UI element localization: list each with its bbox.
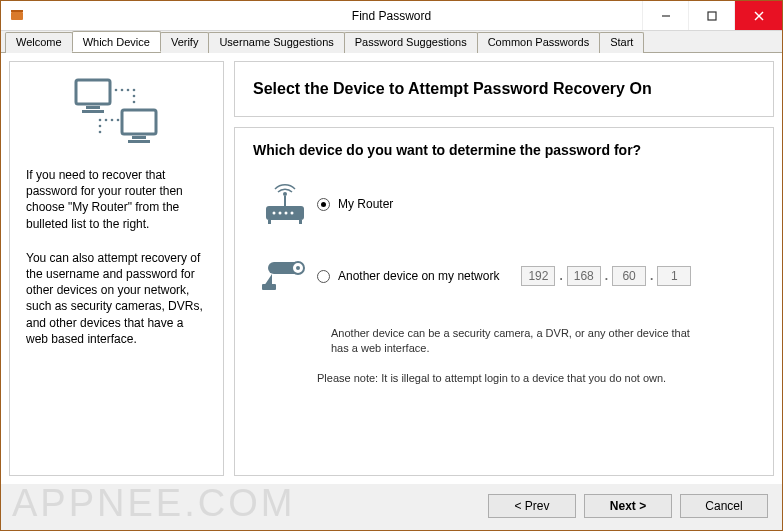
minimize-button[interactable] xyxy=(642,1,688,30)
radio-another-device[interactable] xyxy=(317,270,330,283)
tab-which-device[interactable]: Which Device xyxy=(72,31,161,52)
svg-rect-11 xyxy=(128,140,150,143)
tab-welcome[interactable]: Welcome xyxy=(5,32,73,53)
router-icon xyxy=(253,182,317,226)
radio-my-router-label: My Router xyxy=(338,197,393,211)
note-2: Please note: It is illegal to attempt lo… xyxy=(317,371,737,386)
window-controls xyxy=(642,1,782,30)
ip-dot: . xyxy=(650,269,653,283)
cancel-button[interactable]: Cancel xyxy=(680,494,768,518)
right-column: Select the Device to Attempt Password Re… xyxy=(234,61,774,476)
tab-common-passwords[interactable]: Common Passwords xyxy=(477,32,600,53)
monitors-illustration-icon xyxy=(72,76,162,153)
svg-rect-7 xyxy=(86,106,100,109)
svg-point-22 xyxy=(98,125,101,128)
camera-icon xyxy=(253,256,317,296)
tab-start[interactable]: Start xyxy=(599,32,644,53)
svg-point-21 xyxy=(116,119,119,122)
radio-my-router[interactable] xyxy=(317,198,330,211)
svg-rect-9 xyxy=(122,110,156,134)
ip-dot: . xyxy=(559,269,562,283)
tab-verify[interactable]: Verify xyxy=(160,32,210,53)
left-paragraph-2: You can also attempt recovery of the use… xyxy=(26,250,207,347)
question-heading: Which device do you want to determine th… xyxy=(253,142,755,158)
note-1: Another device can be a security camera,… xyxy=(331,326,701,357)
svg-point-15 xyxy=(132,89,135,92)
right-header-panel: Select the Device to Attempt Password Re… xyxy=(234,61,774,117)
svg-rect-3 xyxy=(708,12,716,20)
prev-button[interactable]: < Prev xyxy=(488,494,576,518)
svg-point-20 xyxy=(110,119,113,122)
svg-point-30 xyxy=(291,212,294,215)
svg-point-35 xyxy=(296,266,300,270)
svg-point-23 xyxy=(98,131,101,134)
next-button[interactable]: Next > xyxy=(584,494,672,518)
svg-rect-8 xyxy=(82,110,104,113)
svg-rect-10 xyxy=(132,136,146,139)
svg-rect-6 xyxy=(76,80,110,104)
svg-rect-1 xyxy=(11,10,23,12)
svg-point-29 xyxy=(285,212,288,215)
left-panel: If you need to recover that password for… xyxy=(9,61,224,476)
maximize-button[interactable] xyxy=(688,1,734,30)
svg-point-18 xyxy=(98,119,101,122)
button-row: < Prev Next > Cancel xyxy=(1,484,782,530)
option-another-device: Another device on my network 192 . 168 .… xyxy=(253,256,755,296)
ip-octet-4[interactable]: 1 xyxy=(657,266,691,286)
tab-username-suggestions[interactable]: Username Suggestions xyxy=(208,32,344,53)
tab-content: If you need to recover that password for… xyxy=(1,53,782,484)
ip-octet-1[interactable]: 192 xyxy=(521,266,555,286)
svg-point-12 xyxy=(114,89,117,92)
ip-octet-3[interactable]: 60 xyxy=(612,266,646,286)
svg-rect-32 xyxy=(299,220,302,224)
svg-point-13 xyxy=(120,89,123,92)
svg-rect-36 xyxy=(262,284,276,290)
close-button[interactable] xyxy=(734,1,782,30)
window: Find Password Welcome Which Device Verif… xyxy=(0,0,783,531)
ip-address-group: 192 . 168 . 60 . 1 xyxy=(521,266,691,286)
svg-point-14 xyxy=(126,89,129,92)
svg-point-16 xyxy=(132,95,135,98)
svg-point-24 xyxy=(283,192,287,196)
tabbar: Welcome Which Device Verify Username Sug… xyxy=(1,31,782,53)
svg-point-17 xyxy=(132,101,135,104)
titlebar[interactable]: Find Password xyxy=(1,1,782,31)
right-body-panel: Which device do you want to determine th… xyxy=(234,127,774,476)
option-my-router: My Router xyxy=(253,182,755,226)
page-heading: Select the Device to Attempt Password Re… xyxy=(253,80,755,98)
svg-rect-31 xyxy=(268,220,271,224)
tab-password-suggestions[interactable]: Password Suggestions xyxy=(344,32,478,53)
app-icon xyxy=(9,8,25,24)
svg-rect-0 xyxy=(11,12,23,20)
ip-octet-2[interactable]: 168 xyxy=(567,266,601,286)
radio-another-device-label: Another device on my network xyxy=(338,269,499,283)
ip-dot: . xyxy=(605,269,608,283)
svg-point-19 xyxy=(104,119,107,122)
left-paragraph-1: If you need to recover that password for… xyxy=(26,167,207,232)
svg-point-27 xyxy=(273,212,276,215)
svg-point-28 xyxy=(279,212,282,215)
